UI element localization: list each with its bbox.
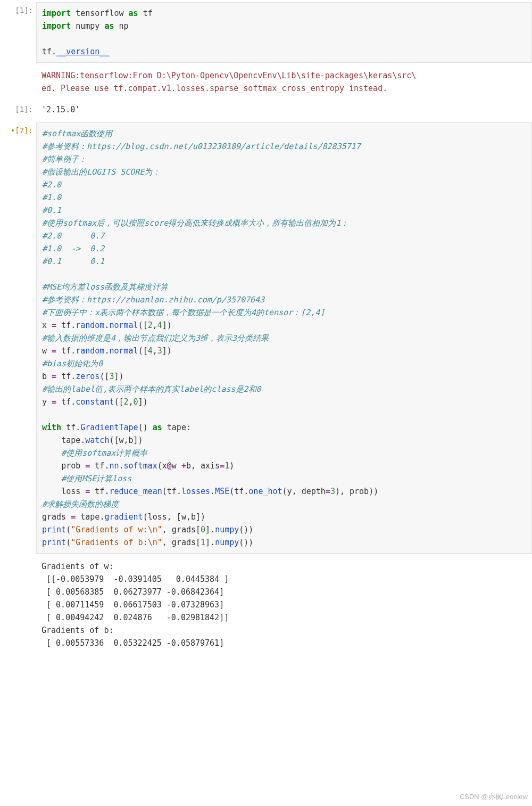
jupyter-notebook: [1]: import tensorflow as tf import nump…	[0, 0, 532, 806]
cell-prompt	[0, 65, 36, 69]
cell-prompt	[0, 556, 36, 560]
result-output: '2.15.0'	[41, 103, 527, 116]
watermark: CSDN @亦枫Leonlew	[460, 792, 528, 803]
cell-prompt: [1]:	[0, 0, 36, 16]
result-cell: [1]: '2.15.0'	[0, 99, 532, 120]
output-cell: Gradients of w: [[-0.0053979 -0.0391405 …	[0, 556, 532, 654]
code-input-area[interactable]: import tensorflow as tf import numpy as …	[36, 2, 532, 63]
warning-output: WARNING:tensorflow:From D:\Pyton-Opencv\…	[41, 69, 527, 95]
cell-prompt: [1]:	[0, 99, 36, 115]
output-area: Gradients of w: [[-0.0053979 -0.0391405 …	[36, 556, 532, 654]
output-area: WARNING:tensorflow:From D:\Pyton-Opencv\…	[36, 65, 532, 99]
output-area: '2.15.0'	[36, 99, 532, 120]
code-block: import tensorflow as tf import numpy as …	[42, 7, 526, 58]
code-input-area[interactable]: #softmax函数使用 #参考资料：https://blog.csdn.net…	[36, 122, 532, 554]
output-cell: WARNING:tensorflow:From D:\Pyton-Opencv\…	[0, 65, 532, 99]
code-cell: [1]: import tensorflow as tf import nump…	[0, 0, 532, 65]
code-cell: •[7]: #softmax函数使用 #参考资料：https://blog.cs…	[0, 120, 532, 556]
stdout-output: Gradients of w: [[-0.0053979 -0.0391405 …	[41, 560, 527, 649]
code-block: #softmax函数使用 #参考资料：https://blog.csdn.net…	[42, 127, 526, 549]
cell-prompt: •[7]:	[0, 120, 36, 136]
